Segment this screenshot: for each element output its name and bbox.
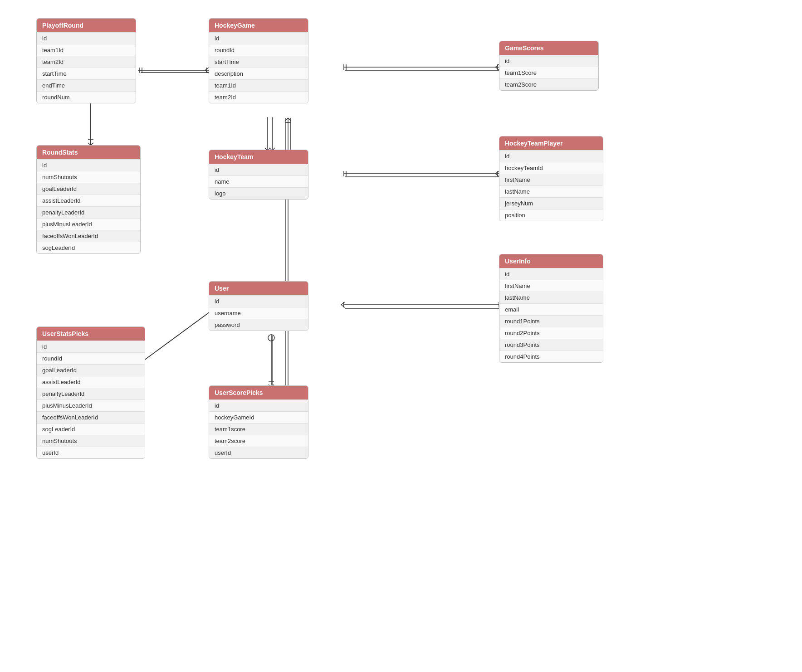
field-hockeyteam-logo: logo — [209, 187, 308, 199]
field-hockeygame-team2id: team2Id — [209, 91, 308, 103]
entity-userinfo-header: UserInfo — [499, 254, 603, 268]
svg-line-39 — [341, 302, 345, 305]
field-hockeyteamplayer-firstname: firstName — [499, 174, 603, 185]
field-user-password: password — [209, 319, 308, 331]
svg-line-30 — [495, 67, 499, 70]
field-playoffround-starttime: startTime — [37, 68, 136, 79]
field-roundstats-plusminusleaderid: plusMinusLeaderId — [37, 218, 140, 230]
field-gamescores-team1score: team1Score — [499, 67, 598, 78]
field-user-id: id — [209, 295, 308, 307]
field-userstatspicks-faceoffswonleaderid: faceoffsWonLeaderId — [37, 411, 145, 423]
field-roundstats-goalleaderid: goalLeaderId — [37, 183, 140, 195]
entity-hockeygame-header: HockeyGame — [209, 19, 308, 32]
field-userinfo-firstname: firstName — [499, 280, 603, 292]
entity-user: User id username password — [209, 281, 308, 331]
field-hockeygame-id: id — [209, 32, 308, 44]
field-hockeygame-description: description — [209, 68, 308, 79]
svg-point-45 — [268, 335, 274, 341]
entity-hockeyteam-header: HockeyTeam — [209, 150, 308, 164]
field-hockeyteamplayer-hockeyteamid: hockeyTeamId — [499, 162, 603, 174]
svg-line-14 — [205, 70, 209, 73]
field-userstatspicks-sogleaderid: sogLeaderId — [37, 423, 145, 435]
svg-line-55 — [285, 118, 288, 121]
svg-line-29 — [495, 64, 499, 67]
entity-userscorepicks-header: UserScorePicks — [209, 386, 308, 399]
field-playoffround-id: id — [37, 32, 136, 44]
field-userscorepicks-team1score: team1score — [209, 423, 308, 435]
svg-line-13 — [205, 68, 209, 70]
svg-line-49 — [141, 312, 210, 363]
svg-line-35 — [495, 171, 499, 174]
field-roundstats-numshutouts: numShutouts — [37, 171, 140, 183]
entity-gamescores-header: GameScores — [499, 41, 598, 55]
field-hockeyteamplayer-id: id — [499, 150, 603, 162]
entity-roundstats: RoundStats id numShutouts goalLeaderId a… — [36, 145, 141, 254]
field-playoffround-team2id: team2Id — [37, 56, 136, 68]
field-userstatspicks-penaltyleaderid: penaltyLeaderId — [37, 388, 145, 399]
diagram-container: PlayoffRound id team1Id team2Id startTim… — [0, 0, 802, 672]
field-userinfo-round2points: round2Points — [499, 327, 603, 339]
field-roundstats-sogleaderid: sogLeaderId — [37, 242, 140, 253]
field-userscorepicks-hockeygameid: hockeyGameId — [209, 411, 308, 423]
field-userstatspicks-goalleaderid: goalLeaderId — [37, 364, 145, 376]
entity-userstatspicks: UserStatsPicks id roundId goalLeaderId a… — [36, 326, 145, 459]
entity-userstatspicks-header: UserStatsPicks — [37, 327, 145, 341]
entity-userscorepicks: UserScorePicks id hockeyGameId team1scor… — [209, 385, 308, 459]
field-playoffround-roundnum: roundNum — [37, 91, 136, 103]
field-userstatspicks-assistleaderid: assistLeaderId — [37, 376, 145, 388]
field-roundstats-id: id — [37, 159, 140, 171]
entity-hockeyteamplayer: HockeyTeamPlayer id hockeyTeamId firstNa… — [499, 136, 603, 221]
field-userinfo-round3points: round3Points — [499, 339, 603, 351]
field-roundstats-faceoffswonleaderid: faceoffsWonLeaderId — [37, 230, 140, 242]
field-user-username: username — [209, 307, 308, 319]
svg-line-56 — [288, 118, 291, 121]
field-userstatspicks-id: id — [37, 341, 145, 352]
field-hockeyteam-name: name — [209, 175, 308, 187]
field-hockeyteam-id: id — [209, 164, 308, 175]
field-hockeygame-starttime: startTime — [209, 56, 308, 68]
svg-line-36 — [495, 174, 499, 176]
field-userinfo-id: id — [499, 268, 603, 280]
field-userinfo-round1points: round1Points — [499, 315, 603, 327]
field-userscorepicks-id: id — [209, 399, 308, 411]
field-userstatspicks-numshutouts: numShutouts — [37, 435, 145, 447]
entity-playoffround: PlayoffRound id team1Id team2Id startTim… — [36, 18, 136, 103]
field-hockeygame-roundid: roundId — [209, 44, 308, 56]
field-userscorepicks-team2score: team2score — [209, 435, 308, 447]
entity-user-header: User — [209, 282, 308, 295]
field-playoffround-team1id: team1Id — [37, 44, 136, 56]
entity-hockeyteam: HockeyTeam id name logo — [209, 150, 308, 200]
field-gamescores-team2score: team2Score — [499, 78, 598, 90]
field-userinfo-lastname: lastName — [499, 292, 603, 303]
field-hockeyteamplayer-lastname: lastName — [499, 185, 603, 197]
field-hockeygame-team1id: team1Id — [209, 79, 308, 91]
entity-userinfo: UserInfo id firstName lastName email rou… — [499, 254, 603, 363]
field-userstatspicks-userid: userId — [37, 447, 145, 458]
field-roundstats-penaltyleaderid: penaltyLeaderId — [37, 206, 140, 218]
entity-hockeygame: HockeyGame id roundId startTime descript… — [209, 18, 308, 103]
entity-roundstats-header: RoundStats — [37, 146, 140, 159]
entity-playoffround-header: PlayoffRound — [37, 19, 136, 32]
field-roundstats-assistleaderid: assistLeaderId — [37, 195, 140, 206]
field-userscorepicks-userid: userId — [209, 447, 308, 458]
field-playoffround-endtime: endTime — [37, 79, 136, 91]
field-userinfo-round4points: round4Points — [499, 351, 603, 362]
field-userstatspicks-plusminusleaderid: plusMinusLeaderId — [37, 399, 145, 411]
field-hockeyteamplayer-jerseynum: jerseyNum — [499, 197, 603, 209]
field-gamescores-id: id — [499, 55, 598, 67]
field-hockeyteamplayer-position: position — [499, 209, 603, 221]
field-userstatspicks-roundid: roundId — [37, 352, 145, 364]
entity-hockeyteamplayer-header: HockeyTeamPlayer — [499, 136, 603, 150]
svg-line-8 — [141, 313, 209, 363]
field-userinfo-email: email — [499, 303, 603, 315]
entity-gamescores: GameScores id team1Score team2Score — [499, 41, 599, 91]
svg-line-40 — [341, 305, 345, 307]
